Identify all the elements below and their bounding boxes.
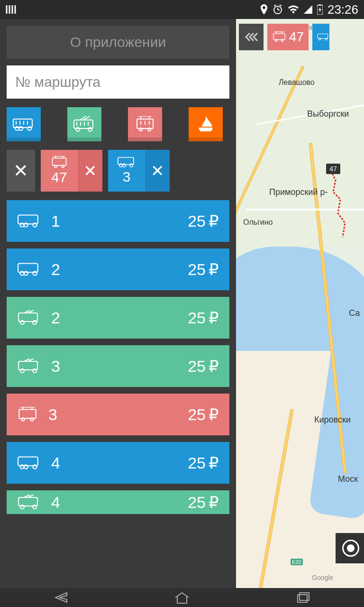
- status-bar: 23:26: [0, 0, 364, 19]
- alarm-icon: [273, 4, 283, 15]
- bus-icon: [17, 262, 41, 276]
- map-back-button[interactable]: [239, 24, 264, 50]
- route-number: 3: [51, 357, 188, 376]
- map-secondary-chip[interactable]: [312, 24, 329, 50]
- tram-icon: [272, 31, 286, 43]
- chip-remove-button[interactable]: ✕: [78, 150, 102, 192]
- route-item[interactable]: 2 25₽: [7, 297, 229, 339]
- map-active-chip[interactable]: 47: [267, 24, 309, 50]
- route-price: 25₽: [188, 260, 219, 279]
- chevrons-left-icon: [244, 32, 258, 42]
- locate-me-button[interactable]: [336, 533, 364, 563]
- route-number: 3: [48, 405, 188, 424]
- svg-line-7: [274, 5, 276, 6]
- boat-icon: [197, 115, 215, 133]
- route-polyline: [236, 19, 364, 588]
- route-item[interactable]: 3 25₽: [7, 394, 229, 435]
- route-price: 25₽: [188, 453, 219, 472]
- filter-trolleybus-button[interactable]: [67, 107, 101, 141]
- trolleybus-icon: [17, 310, 41, 325]
- recent-icon: [296, 591, 310, 604]
- close-icon: ✕: [151, 161, 164, 180]
- map-label: Левашово: [279, 78, 315, 87]
- trolleybus-icon: [73, 116, 96, 132]
- android-nav-bar: [0, 588, 364, 607]
- chip-number: 3: [123, 169, 131, 185]
- bus-icon: [17, 456, 41, 470]
- map-label: Са: [349, 308, 360, 318]
- route-price: 25₽: [188, 308, 219, 327]
- selected-chip-tram-47[interactable]: 47 ✕: [41, 150, 102, 192]
- map-view[interactable]: 47 Сертолово Левашово Выборгски Приморск…: [236, 19, 364, 588]
- svg-rect-84: [273, 34, 285, 40]
- map-label: Кировски: [314, 415, 351, 425]
- about-button[interactable]: О приложении: [7, 26, 229, 59]
- svg-point-32: [139, 128, 142, 131]
- route-number: 4: [51, 493, 188, 512]
- map-chip-number: 47: [289, 29, 304, 45]
- nav-home-button[interactable]: [163, 591, 201, 604]
- close-icon: ✕: [13, 160, 28, 181]
- route-item[interactable]: 2 25₽: [7, 248, 229, 290]
- svg-line-8: [280, 5, 282, 6]
- route-item[interactable]: 4 25₽: [7, 442, 229, 484]
- map-label: Выборгски: [307, 109, 349, 119]
- filter-bus-button[interactable]: [7, 107, 41, 141]
- signal-icon: [304, 5, 312, 14]
- svg-point-71: [30, 418, 33, 421]
- route-price: 25₽: [188, 357, 219, 376]
- svg-point-70: [21, 418, 24, 421]
- route-number: 2: [51, 309, 188, 327]
- location-pin-icon: [260, 4, 268, 15]
- trolleybus-icon: [17, 359, 41, 374]
- svg-point-42: [55, 165, 57, 167]
- route-number: 4: [51, 454, 188, 472]
- filter-boat-button[interactable]: [189, 107, 223, 141]
- selected-routes-row: ✕ 47 ✕ 3 ✕: [7, 150, 229, 192]
- status-time: 23:26: [328, 2, 358, 17]
- close-icon: ✕: [83, 161, 97, 180]
- road-shield: E20: [291, 559, 303, 565]
- svg-point-85: [275, 39, 277, 41]
- route-marker[interactable]: 47: [326, 164, 340, 174]
- map-label: Приморский р-: [269, 187, 328, 197]
- tram-icon: [17, 407, 38, 422]
- route-price: 25₽: [188, 493, 219, 512]
- wifi-icon: [288, 5, 299, 14]
- clear-all-chip[interactable]: ✕: [7, 150, 35, 192]
- svg-rect-41: [52, 158, 66, 165]
- map-attribution: Google: [312, 574, 333, 581]
- bus-icon: [117, 156, 136, 168]
- tram-icon: [135, 116, 155, 132]
- battery-charging-icon: [317, 4, 323, 15]
- selected-chip-bus-3[interactable]: 3 ✕: [108, 150, 170, 192]
- map-canvas[interactable]: 47 Сертолово Левашово Выборгски Приморск…: [236, 19, 364, 588]
- route-search-input[interactable]: [7, 65, 229, 99]
- chip-remove-button[interactable]: ✕: [145, 150, 170, 192]
- svg-point-86: [281, 39, 283, 41]
- chip-number: 47: [51, 169, 67, 185]
- route-item[interactable]: 4 25₽: [7, 490, 229, 514]
- route-price: 25₽: [188, 212, 219, 230]
- trolleybus-icon: [17, 495, 41, 510]
- route-item[interactable]: 3 25₽: [7, 345, 229, 387]
- target-icon: [342, 540, 359, 557]
- map-label: Ольгино: [243, 218, 273, 227]
- route-item[interactable]: 1 25₽: [7, 200, 229, 242]
- bus-icon: [317, 32, 329, 42]
- nav-recent-button[interactable]: [284, 591, 322, 604]
- map-header-overlay: 47: [239, 24, 364, 50]
- home-icon: [173, 591, 191, 604]
- svg-rect-10: [319, 4, 321, 5]
- back-icon: [53, 591, 69, 604]
- filter-tram-button[interactable]: [128, 107, 162, 141]
- transport-filter-row: [7, 107, 229, 141]
- route-number: 2: [51, 260, 188, 279]
- map-label: Моск: [338, 474, 358, 484]
- nav-back-button[interactable]: [42, 591, 80, 604]
- route-price: 25₽: [188, 405, 219, 424]
- tram-icon: [51, 156, 68, 168]
- route-number: 1: [51, 212, 188, 230]
- svg-rect-37: [199, 128, 212, 130]
- route-list[interactable]: 1 25₽ 2 25₽ 2 25₽ 3 25₽: [7, 200, 229, 581]
